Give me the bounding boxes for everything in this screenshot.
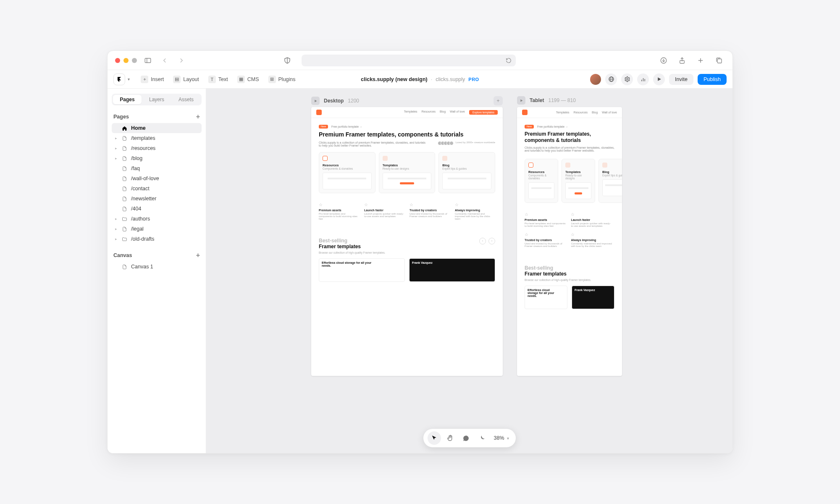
file-icon (122, 186, 128, 192)
page-item-label: /wall-of-love (131, 176, 159, 181)
insert-icon: ＋ (141, 76, 148, 83)
tab-assets[interactable]: Assets (172, 95, 200, 104)
folder-icon (122, 216, 128, 222)
page-item-label: /faq (131, 165, 140, 171)
frame-name[interactable]: Tablet (530, 97, 544, 103)
sidebar-toggle-icon[interactable] (142, 55, 154, 66)
caret-icon[interactable]: ▸ (115, 227, 118, 231)
plugins-label: Plugins (278, 76, 296, 82)
page-item-contact[interactable]: /contact (112, 184, 202, 194)
insert-button[interactable]: ＋ Insert (137, 74, 167, 85)
frame-play-icon[interactable] (311, 97, 320, 105)
minimize-window-button[interactable] (123, 58, 129, 63)
page-item-label: /templates (131, 135, 155, 141)
frame-desktop[interactable]: TemplatesResourcesBlogWall of love Explo… (311, 107, 503, 376)
frame-play-icon[interactable] (517, 96, 525, 105)
traffic-lights (115, 58, 137, 63)
plugins-button[interactable]: ⊞ Plugins (265, 74, 299, 85)
canvas-section-header: Canvas + (113, 252, 200, 259)
tab-pages[interactable]: Pages (113, 95, 142, 104)
page-item-legal[interactable]: ▸/legal (112, 224, 202, 234)
file-icon (122, 226, 128, 232)
close-window-button[interactable] (115, 58, 120, 63)
caret-icon[interactable]: ▸ (115, 237, 118, 241)
analytics-button[interactable] (637, 74, 649, 85)
caret-icon[interactable]: ▸ (115, 146, 118, 150)
invite-button[interactable]: Invite (669, 74, 693, 85)
page-item-label: Home (131, 125, 146, 131)
theme-toggle-button[interactable] (475, 431, 488, 445)
caret-icon[interactable]: ▸ (115, 156, 118, 160)
page-item-label: /404 (131, 206, 141, 212)
layout-button[interactable]: ▤ Layout (170, 74, 202, 85)
page-item-faq[interactable]: /faq (112, 163, 202, 173)
page-item-resources[interactable]: ▸/resources (112, 143, 202, 153)
tabs-overview-icon[interactable] (713, 55, 725, 66)
framer-logo[interactable] (113, 74, 125, 85)
text-button[interactable]: T Text (205, 74, 231, 85)
frame-tablet[interactable]: TemplatesResourcesBlogWall of love NewFr… (517, 107, 622, 376)
add-breakpoint-button[interactable]: + (494, 96, 503, 105)
zoom-dropdown[interactable]: 38% ▾ (491, 435, 511, 441)
add-canvas-button[interactable]: + (196, 252, 200, 259)
publish-button[interactable]: Publish (698, 74, 727, 85)
pages-tree: Home▸/templates▸/resources▸/blog/faq/wal… (112, 123, 202, 244)
caret-icon[interactable]: ▸ (115, 217, 118, 221)
page-item-label: /blog (131, 155, 142, 161)
pages-header-label: Pages (113, 114, 129, 120)
new-tab-icon[interactable] (695, 55, 706, 66)
frame-name[interactable]: Desktop (324, 98, 344, 104)
page-item-olddrafts[interactable]: ▸/old-drafts (112, 234, 202, 244)
user-avatar[interactable] (590, 74, 601, 85)
home-icon (122, 126, 128, 131)
app-body: Pages Layers Assets Pages + Home▸/templa… (108, 89, 732, 453)
file-icon (122, 176, 128, 181)
cms-button[interactable]: ▦ CMS (234, 74, 262, 85)
share-icon[interactable] (676, 55, 688, 66)
page-item-404[interactable]: /404 (112, 204, 202, 214)
design-canvas[interactable]: Desktop 1200 + Tablet 1199 — 810 Templat… (206, 89, 732, 453)
page-item-walloflove[interactable]: /wall-of-love (112, 173, 202, 184)
svg-marker-16 (658, 77, 661, 81)
breadcrumb-site[interactable]: clicks.supply (436, 76, 465, 82)
chrome-right-actions (658, 55, 725, 66)
canvas-item[interactable]: Canvas 1 (112, 262, 202, 272)
app-toolbar: ▾ ＋ Insert ▤ Layout T Text ▦ CMS ⊞ Plugi… (108, 70, 732, 89)
project-menu-chevron-icon[interactable]: ▾ (128, 77, 130, 81)
page-item-home[interactable]: Home (112, 123, 202, 133)
nav-back-button[interactable] (159, 55, 171, 66)
breadcrumb-project[interactable]: clicks.supply (new design) (361, 76, 427, 82)
cms-icon: ▦ (237, 76, 245, 83)
file-icon (122, 206, 128, 212)
downloads-icon[interactable] (658, 55, 669, 66)
caret-icon[interactable]: ▸ (115, 136, 118, 140)
file-icon (122, 196, 128, 202)
settings-button[interactable] (621, 74, 633, 85)
privacy-shield-icon[interactable] (281, 55, 293, 66)
frame-dim: 1199 — 810 (548, 97, 575, 103)
tab-layers[interactable]: Layers (142, 95, 171, 104)
nav-forward-button[interactable] (176, 55, 187, 66)
plugins-icon: ⊞ (268, 76, 276, 83)
sidebar: Pages Layers Assets Pages + Home▸/templa… (108, 89, 206, 453)
globe-button[interactable] (605, 74, 617, 85)
maximize-window-button[interactable] (132, 58, 137, 63)
page-item-newsletter[interactable]: /newsletter (112, 194, 202, 204)
page-item-templates[interactable]: ▸/templates (112, 133, 202, 143)
hand-tool-button[interactable] (443, 431, 457, 445)
frame-header-desktop: Desktop 1200 + (311, 96, 503, 105)
reload-icon[interactable] (506, 58, 512, 63)
address-bar[interactable] (302, 55, 516, 66)
preview-play-button[interactable] (653, 74, 665, 85)
file-icon (122, 166, 128, 171)
page-item-authors[interactable]: ▸/authors (112, 214, 202, 224)
browser-chrome (108, 51, 732, 70)
page-item-label: /old-drafts (131, 236, 155, 242)
text-label: Text (218, 76, 228, 82)
page-item-label: /authors (131, 216, 150, 222)
add-page-button[interactable]: + (196, 113, 200, 121)
svg-marker-18 (520, 99, 522, 102)
cursor-tool-button[interactable] (427, 431, 441, 445)
page-item-blog[interactable]: ▸/blog (112, 153, 202, 163)
comment-tool-button[interactable] (459, 431, 472, 445)
